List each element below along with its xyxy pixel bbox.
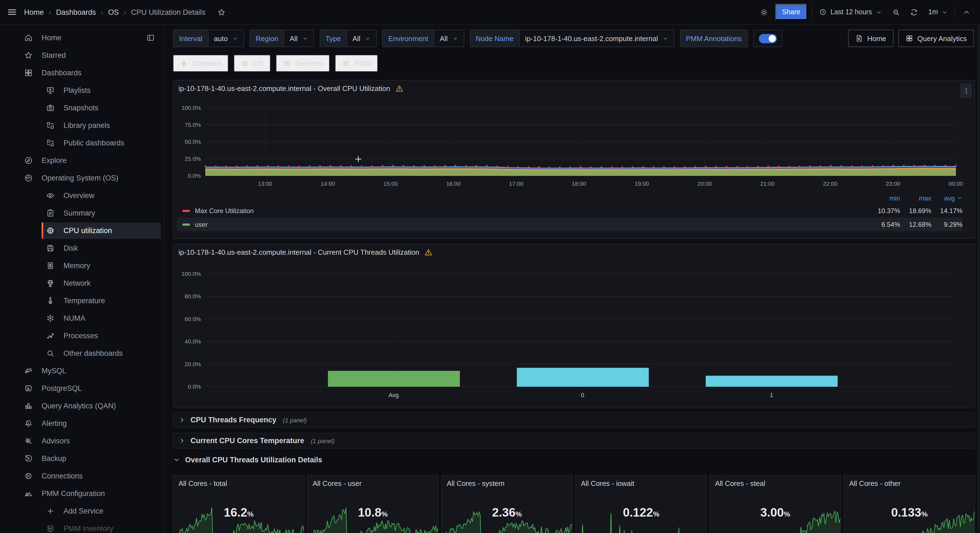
svg-text:19:00: 19:00	[635, 180, 649, 187]
svg-text:18:00: 18:00	[572, 180, 586, 187]
filter-value: All	[290, 34, 298, 43]
series-name[interactable]: Max Core Utilization	[195, 207, 869, 214]
sidebar-item[interactable]: Connections	[0, 467, 164, 485]
sidebar-item[interactable]: Add Service	[0, 502, 164, 520]
filter-value-dropdown[interactable]: auto	[208, 30, 244, 47]
refresh-button[interactable]	[907, 5, 921, 19]
time-range-picker[interactable]: Last 12 hours	[816, 5, 885, 19]
sidebar-item-label: CPU utilization	[64, 227, 112, 235]
sidebar-item[interactable]: Overview	[0, 187, 164, 204]
dashboard-row-collapsed[interactable]: Current CPU Cores Temperature (1 panel)	[173, 433, 975, 448]
dashboard-row-collapsed[interactable]: CPU Threads Frequency (1 panel)	[173, 412, 975, 428]
sidebar-item[interactable]: Playlists	[0, 81, 164, 99]
cpu-threads-bar-chart: 100.0%80.0%60.0%40.0%20.0%0.0%Avg01	[173, 244, 975, 409]
top-bar: Home Dashboards OS CPU Utilization Detai…	[0, 0, 980, 25]
sidebar-item[interactable]: Starred	[0, 46, 164, 64]
share-button[interactable]: Share	[775, 4, 808, 20]
breadcrumb-item[interactable]: Dashboards	[56, 8, 96, 16]
sidebar-item-label: Temperature	[64, 297, 105, 305]
sidebar-item[interactable]: PMM Configuration	[0, 485, 164, 502]
toggle-switch-on[interactable]	[759, 34, 777, 43]
time-range-label: Last 12 hours	[830, 8, 872, 16]
sidebar-item[interactable]: Snapshots	[0, 99, 164, 116]
query-analytics-button[interactable]: Query Analytics	[898, 30, 974, 47]
svg-text:21:00: 21:00	[760, 180, 775, 187]
menu-icon	[342, 59, 350, 67]
filter-value-dropdown[interactable]: ip-10-178-1-40.us-east-2.compute.interna…	[519, 30, 675, 47]
svg-text:0: 0	[581, 392, 584, 399]
sidebar-item[interactable]: Alerting	[0, 415, 164, 432]
chevron-down-icon	[365, 35, 371, 41]
svg-text:20.0%: 20.0%	[185, 361, 201, 367]
filter-value-dropdown[interactable]: All	[347, 30, 377, 47]
dashboard-link-button[interactable]: Services	[276, 55, 330, 72]
stat-panel[interactable]: All Cores - other 0.133%	[844, 475, 975, 533]
legend-sort-avg[interactable]: avg	[931, 194, 963, 202]
sidebar-item[interactable]: Operating System (OS)	[0, 169, 164, 187]
breadcrumb-item[interactable]: OS	[108, 8, 119, 16]
sidebar-item[interactable]: Dashboards	[0, 64, 164, 81]
collapse-up-button[interactable]	[959, 5, 974, 19]
scrollbar-track[interactable]	[977, 25, 980, 533]
panel-collapse-icon[interactable]	[146, 34, 155, 42]
sidebar-item[interactable]: Disk	[0, 239, 164, 257]
stat-panel[interactable]: All Cores - steal 3.00%	[710, 475, 841, 533]
stat-unit: %	[515, 510, 522, 518]
sidebar-item[interactable]: Memory	[0, 257, 164, 274]
stat-panel[interactable]: All Cores - iowait 0.122%	[576, 475, 707, 533]
dashboard-row-expanded[interactable]: Overall CPU Threads Utilization Details	[173, 452, 322, 467]
sidebar-item-label: Home	[41, 34, 61, 42]
panel-warning-icon[interactable]	[395, 85, 403, 93]
star-icon	[24, 51, 33, 60]
stat-panel[interactable]: All Cores - user 10.8%	[307, 475, 439, 533]
panel-title: ip-10-178-1-40.us-east-2.compute.interna…	[178, 248, 419, 256]
refresh-interval-picker[interactable]: 1m	[925, 5, 951, 19]
sidebar-item[interactable]: NUMA	[0, 310, 164, 327]
sidebar-item-label: Dashboards	[41, 69, 81, 77]
sidebar-item[interactable]: Public dashboards	[0, 134, 164, 152]
panel-title-bar[interactable]: ip-10-178-1-40.us-east-2.compute.interna…	[178, 248, 433, 256]
filter-value-dropdown[interactable]: All	[434, 30, 464, 47]
sidebar-item[interactable]: Advisors	[0, 432, 164, 450]
dashboard-link-button[interactable]: OS	[234, 55, 271, 72]
legend-sort-max[interactable]: max	[900, 194, 931, 202]
legend-sort-min[interactable]: min	[869, 194, 900, 202]
favorite-star-icon[interactable]	[217, 8, 226, 16]
filter-value-dropdown[interactable]: All	[283, 30, 314, 47]
sidebar-item[interactable]: Home	[0, 29, 164, 46]
dashboard-link-button[interactable]: Compare	[173, 55, 229, 72]
sidebar-item[interactable]: Temperature	[0, 292, 164, 310]
svg-text:1: 1	[770, 392, 773, 399]
sidebar-item[interactable]: Processes	[0, 327, 164, 345]
sidebar-item[interactable]: Backup	[0, 450, 164, 467]
dashboard-settings-button[interactable]	[757, 5, 771, 19]
sidebar-item[interactable]: Library panels	[0, 116, 164, 134]
zoom-out-button[interactable]	[889, 5, 903, 19]
filter-value: All	[353, 34, 361, 43]
pmm-annotations-toggle[interactable]	[753, 30, 782, 47]
chevron-down-icon	[452, 35, 458, 41]
series-name[interactable]: user	[195, 220, 869, 228]
breadcrumb-item[interactable]: Home	[24, 8, 44, 16]
overview-icon	[46, 191, 55, 200]
dashboard-link-button[interactable]: PMM	[335, 55, 378, 72]
sidebar-item[interactable]: Query Analytics (QAN)	[0, 397, 164, 415]
stat-panel[interactable]: All Cores - total 16.2%	[173, 475, 304, 533]
home-dashboard-button[interactable]: Home	[848, 30, 893, 47]
breadcrumb-item[interactable]: CPU Utilization Details	[131, 8, 205, 16]
stat-panel-title: All Cores - iowait	[581, 479, 634, 488]
sidebar-item[interactable]: PMM Inventory	[0, 520, 164, 533]
sidebar-item[interactable]: CPU utilization	[0, 222, 164, 239]
sidebar-item[interactable]: Explore	[0, 152, 164, 169]
sidebar-item[interactable]: Summary	[0, 204, 164, 222]
sidebar-item[interactable]: PostgreSQL	[0, 380, 164, 397]
stat-panel[interactable]: All Cores - system 2.36%	[441, 475, 573, 533]
panel-menu-button[interactable]	[960, 83, 972, 98]
sidebar-item[interactable]: Other dashboards	[0, 345, 164, 362]
hamburger-menu-icon[interactable]	[6, 6, 18, 18]
panel-warning-icon[interactable]	[424, 248, 433, 256]
sidebar-item[interactable]: Network	[0, 274, 164, 292]
panel-title-bar[interactable]: ip-10-178-1-40.us-east-2.compute.interna…	[178, 85, 403, 93]
sidebar-item[interactable]: MySQL	[0, 362, 164, 380]
filter-label: Node Name	[469, 30, 519, 47]
